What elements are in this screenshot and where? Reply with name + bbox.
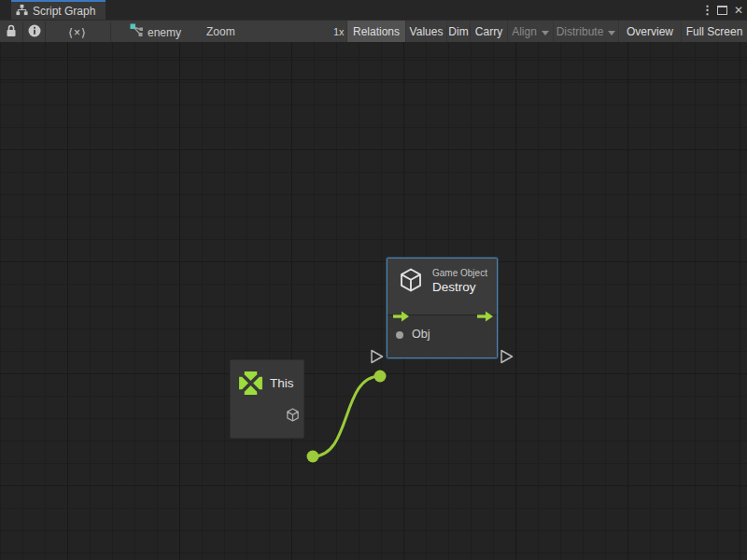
tab-script-graph[interactable]: Script Graph (11, 0, 106, 20)
info-icon (28, 24, 41, 41)
code-preview-button[interactable]: ⟨×⟩ (46, 21, 109, 43)
wire-target-dot (374, 371, 387, 383)
carry-button[interactable]: Carry (470, 21, 507, 43)
this-converge-icon (237, 370, 264, 400)
full-screen-button[interactable]: Full Screen (681, 21, 747, 43)
toolbar-right-group: Relations Values Dim Carry Align Distrib… (346, 21, 747, 43)
graph-toolbar: ⟨×⟩ enemy Zoom 1x Relations Values Dim C… (0, 20, 747, 42)
overview-button[interactable]: Overview (618, 21, 681, 43)
info-button[interactable] (23, 21, 45, 43)
close-icon[interactable]: ✕ (734, 0, 743, 20)
node-destroy[interactable]: Game Object Destroy Obj (387, 258, 498, 358)
graph-canvas[interactable]: Game Object Destroy Obj (0, 42, 747, 560)
control-input-arrow-icon[interactable] (393, 309, 409, 326)
obj-input-port[interactable] (396, 331, 403, 339)
node-category: Game Object (432, 268, 487, 278)
maximize-icon[interactable] (717, 0, 727, 20)
node-title: Destroy (432, 280, 476, 294)
game-object-output-port-cube-icon[interactable] (285, 407, 301, 427)
script-graph-window: Script Graph ⋮ ✕ (0, 0, 747, 560)
chevron-down-icon (542, 31, 549, 35)
zoom-label: Zoom (206, 21, 235, 43)
relations-button[interactable]: Relations (346, 21, 405, 43)
align-dropdown[interactable]: Align (507, 21, 553, 43)
connection-wire[interactable] (307, 371, 387, 463)
script-graph-icon (16, 3, 28, 20)
wire-source-dot (307, 451, 319, 463)
connection-layer (0, 84, 747, 560)
dim-button[interactable]: Dim (446, 21, 470, 43)
window-menu-icon[interactable]: ⋮ (701, 0, 713, 20)
lock-icon (6, 24, 17, 41)
code-toggle-icon: ⟨×⟩ (68, 26, 86, 39)
tab-label: Script Graph (33, 5, 95, 18)
graph-name: enemy (148, 26, 181, 39)
external-control-input-triangle-icon[interactable] (372, 351, 383, 363)
control-output-arrow-icon[interactable] (477, 309, 493, 326)
zoom-value: 1x (333, 21, 345, 43)
graph-asset-icon (130, 23, 144, 41)
toolbar-separator (110, 21, 111, 43)
obj-port-label: Obj (412, 328, 430, 341)
external-control-output-triangle-icon[interactable] (501, 351, 513, 363)
chevron-down-icon (608, 31, 615, 35)
lock-button[interactable] (0, 21, 22, 43)
tab-bar: Script Graph ⋮ ✕ (0, 0, 747, 20)
graph-breadcrumb[interactable]: enemy (130, 21, 181, 43)
game-object-cube-icon (397, 266, 425, 298)
distribute-dropdown[interactable]: Distribute (553, 21, 618, 43)
node-title: This (270, 376, 294, 390)
values-button[interactable]: Values (405, 21, 446, 43)
node-this[interactable]: This (230, 359, 304, 439)
